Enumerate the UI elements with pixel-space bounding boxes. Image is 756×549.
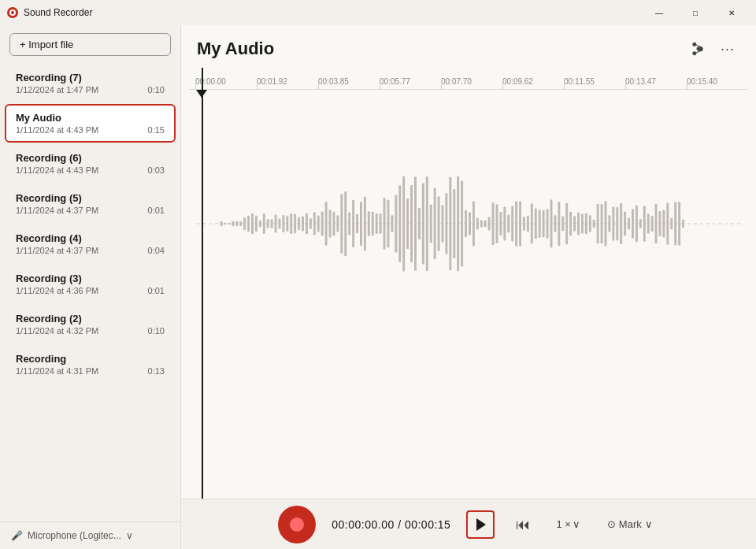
waveform-bar [554,215,556,232]
recording-date: 1/11/2024 at 4:37 PM [16,206,98,215]
timeline-marker: 00:03.85 [318,77,380,86]
waveform-bar [391,215,393,232]
waveform-area[interactable] [189,90,748,358]
waveform-bar [376,213,378,234]
recording-name: Recording [16,353,165,365]
waveform-bar [418,208,421,239]
recording-meta: 1/11/2024 at 4:43 PM 0:15 [16,125,165,135]
waveform-bar [290,213,292,234]
waveform-bar [384,198,386,249]
waveform-bar [507,214,510,232]
speed-selector[interactable]: 1 × ∨ [551,515,584,533]
waveform-bar [547,209,549,239]
recording-date: 1/12/2024 at 1:47 PM [16,85,98,95]
waveform-bar [286,216,288,232]
recording-item[interactable]: Recording (6) 1/11/2024 at 4:43 PM 0:03 [5,144,176,183]
waveform-bar [577,213,580,235]
waveform-bar [662,210,665,238]
waveform-bar [608,215,610,232]
share-button[interactable] [685,36,710,61]
microphone-chevron-icon: ∨ [126,530,133,541]
recording-list: Recording (7) 1/12/2024 at 1:47 PM 0:10 … [0,62,180,521]
timeline-marker: 00:13.47 [625,77,687,86]
waveform-display[interactable] [197,106,740,342]
import-file-button[interactable]: + Import file [9,33,171,56]
waveform-bar [306,213,308,235]
waveform-bar [484,221,487,228]
waveform-bar [678,202,680,245]
waveform-bar [573,216,576,232]
recording-item[interactable]: Recording 1/11/2024 at 4:31 PM 0:13 [5,345,176,384]
skip-back-button[interactable]: ⏮ [510,512,536,537]
waveform-bar [503,207,506,241]
mark-button[interactable]: ⊙ Mark ∨ [601,515,659,533]
recording-duration: 0:15 [148,125,165,135]
recording-item[interactable]: My Audio 1/11/2024 at 4:43 PM 0:15 [5,104,176,143]
waveform-bar [682,220,684,228]
waveform-bar [597,204,599,243]
recording-meta: 1/11/2024 at 4:31 PM 0:13 [16,366,165,376]
waveform-bar [410,185,413,262]
waveform-bar [569,212,572,236]
microphone-icon: 🎤 [11,530,23,541]
waveform-bar [492,202,495,245]
recording-meta: 1/11/2024 at 4:37 PM 0:04 [16,246,165,255]
microphone-selector[interactable]: 🎤 Microphone (Logitec... ∨ [0,521,180,549]
waveform-bar [344,191,346,256]
title-bar: Sound Recorder — □ ✕ [0,0,756,25]
play-button[interactable] [466,510,495,539]
waveform-container: 00:00.0000:01.9200:03.8500:05.7700:07.70… [189,68,748,499]
timeline-marker: 00:09.62 [502,77,564,86]
waveform-bar [438,196,440,250]
app-icon [6,6,19,19]
timeline-marker: 00:05.77 [380,77,441,86]
waveform-bar [255,216,258,232]
close-button[interactable]: ✕ [713,0,750,25]
speed-chevron-icon: ∨ [573,518,580,530]
waveform-bar [267,219,269,228]
more-options-button[interactable]: ··· [715,36,740,61]
share-icon [691,42,705,56]
recording-duration: 0:13 [148,366,165,376]
waveform-bar [519,201,521,246]
waveform-bar [647,213,650,233]
waveform-bar [612,206,614,240]
recording-name: Recording (6) [16,152,165,164]
skip-back-icon: ⏮ [514,516,532,533]
recording-name: Recording (5) [16,192,165,204]
waveform-bar [636,206,638,243]
content-area: My Audio ··· 00:00.0000:01.9200:03.8500:… [181,25,756,549]
recording-date: 1/11/2024 at 4:31 PM [16,366,98,376]
recording-item[interactable]: Recording (5) 1/11/2024 at 4:37 PM 0:01 [5,184,176,223]
recording-date: 1/11/2024 at 4:32 PM [16,326,98,336]
recording-item[interactable]: Recording (3) 1/11/2024 at 4:36 PM 0:01 [5,265,176,303]
recording-item[interactable]: Recording (7) 1/12/2024 at 1:47 PM 0:10 [5,64,176,102]
waveform-bar [581,213,584,233]
timeline-marker: 00:11.55 [564,77,625,86]
mark-chevron-icon: ∨ [645,518,653,530]
recording-item[interactable]: Recording (2) 1/11/2024 at 4:32 PM 0:10 [5,305,176,343]
waveform-bar [480,220,483,227]
title-bar-left: Sound Recorder [6,6,92,19]
record-button[interactable] [278,506,316,543]
waveform-bar [340,194,343,253]
minimize-button[interactable]: — [641,0,677,25]
waveform-bar [632,209,634,238]
waveform-bar [398,185,401,262]
recording-duration: 0:04 [148,246,165,255]
waveform-bar [220,221,223,226]
more-icon: ··· [721,41,735,57]
waveform-bar [616,207,618,241]
waveform-bar [352,200,354,247]
waveform-bar [643,206,646,241]
waveform-bar [624,212,626,236]
waveform-bar [639,219,642,228]
waveform-bar [228,223,230,225]
recording-item[interactable]: Recording (4) 1/11/2024 at 4:37 PM 0:04 [5,224,176,263]
waveform-bar [317,215,320,232]
waveform-bar [655,204,658,243]
waveform-bar [620,203,622,244]
waveform-bar [271,219,273,228]
maximize-button[interactable]: □ [677,0,713,25]
waveform-bar [263,213,265,234]
